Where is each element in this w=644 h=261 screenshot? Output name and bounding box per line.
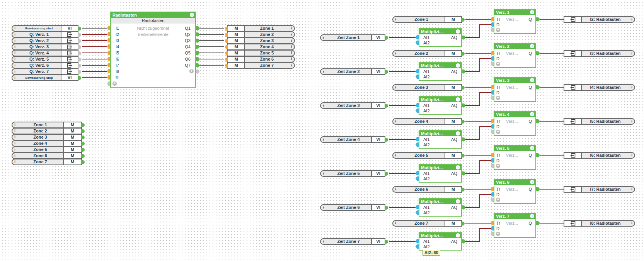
- left-input-ref-2[interactable]: iQ: Verz. 2: [12, 37, 78, 44]
- verz-block-0[interactable]: Verz. 1iTrVerz...QD+: [494, 9, 536, 34]
- input-connector[interactable]: [491, 51, 494, 55]
- input-connector[interactable]: [416, 239, 419, 243]
- wire[interactable]: [389, 71, 416, 72]
- info-icon[interactable]: i: [456, 63, 460, 68]
- zeit-input-ref-1[interactable]: iZeit Zone 2VI: [320, 68, 385, 75]
- zone-source-ref-0[interactable]: iZone 1M: [392, 16, 462, 23]
- zeit-input-ref-2[interactable]: iZeit Zone 3VI: [320, 102, 385, 109]
- block-header[interactable]: Verz. 2i: [494, 44, 535, 49]
- output-connector[interactable]: [385, 240, 388, 244]
- info-icon[interactable]: i: [393, 51, 398, 56]
- wire[interactable]: [465, 173, 480, 174]
- input-connector[interactable]: [491, 192, 494, 197]
- input-connector[interactable]: [416, 171, 419, 175]
- info-icon[interactable]: i: [321, 35, 326, 40]
- info-icon[interactable]: i: [12, 153, 17, 158]
- output-connector[interactable]: [196, 69, 199, 73]
- input-connector[interactable]: [491, 17, 494, 21]
- zone-output-ref-3[interactable]: MZone 4i: [227, 44, 295, 50]
- info-icon[interactable]: i: [321, 137, 326, 142]
- wire[interactable]: [82, 28, 107, 29]
- info-icon[interactable]: i: [12, 38, 17, 43]
- info-icon[interactable]: i: [629, 85, 634, 90]
- add-input-button[interactable]: +: [496, 198, 500, 202]
- output-connector[interactable]: [385, 206, 388, 210]
- output-connector[interactable]: [462, 137, 465, 141]
- target-output-ref-6[interactable]: I8: Radiotasteni: [564, 220, 635, 227]
- input-connector[interactable]: [491, 119, 494, 123]
- output-connector[interactable]: [81, 123, 85, 127]
- input-connector[interactable]: [491, 124, 494, 129]
- info-icon[interactable]: i: [530, 146, 534, 150]
- input-connector[interactable]: [416, 108, 419, 113]
- wire[interactable]: [540, 155, 564, 156]
- left-input-ref-0[interactable]: iBewässerung startVI: [12, 25, 78, 32]
- zone-memory-ref-4[interactable]: iZone 5M: [12, 146, 82, 153]
- input-connector[interactable]: [107, 69, 110, 73]
- input-connector[interactable]: [491, 158, 494, 163]
- output-connector[interactable]: [81, 154, 85, 158]
- output-connector[interactable]: [385, 172, 388, 176]
- diagram-canvas[interactable]: iBewässerung startVIiQ: Verz. 1iQ: Verz.…: [0, 0, 644, 261]
- block-header[interactable]: Multiplizi...i: [419, 233, 461, 238]
- output-connector[interactable]: [462, 171, 465, 175]
- wire[interactable]: [82, 40, 107, 41]
- output-connector[interactable]: [385, 70, 388, 74]
- wire[interactable]: [465, 189, 491, 190]
- info-icon[interactable]: i: [456, 199, 460, 203]
- info-icon[interactable]: i: [456, 97, 460, 102]
- wire[interactable]: [465, 121, 491, 122]
- wire[interactable]: [479, 160, 480, 174]
- info-icon[interactable]: i: [289, 38, 294, 43]
- wire[interactable]: [199, 46, 224, 47]
- zeit-input-ref-0[interactable]: iZeit Zone 1VI: [320, 34, 385, 41]
- info-icon[interactable]: i: [12, 141, 17, 146]
- output-connector[interactable]: [462, 239, 465, 243]
- input-connector[interactable]: [491, 232, 494, 236]
- info-icon[interactable]: i: [456, 233, 460, 237]
- output-connector[interactable]: [196, 45, 199, 49]
- wire[interactable]: [465, 241, 480, 242]
- output-connector[interactable]: [385, 36, 388, 40]
- wire[interactable]: [479, 24, 480, 38]
- input-connector[interactable]: [491, 198, 494, 202]
- verz-block-5[interactable]: Verz. 6iTrVerz...QD+: [494, 179, 536, 204]
- verz-block-2[interactable]: Verz. 3iTrVerz...QD+: [494, 77, 536, 102]
- info-icon[interactable]: i: [530, 10, 534, 14]
- input-connector[interactable]: [225, 51, 228, 56]
- input-connector[interactable]: [107, 44, 110, 49]
- info-icon[interactable]: i: [12, 147, 17, 152]
- target-output-ref-5[interactable]: I7: Radiotasteni: [564, 186, 635, 193]
- input-connector[interactable]: [491, 22, 494, 27]
- output-connector[interactable]: [536, 51, 540, 55]
- info-icon[interactable]: i: [321, 239, 326, 244]
- output-connector[interactable]: [461, 154, 465, 158]
- verz-block-3[interactable]: Verz. 4iTrVerz...QD+: [494, 111, 536, 136]
- input-connector[interactable]: [107, 51, 110, 55]
- output-connector[interactable]: [78, 39, 81, 43]
- info-icon[interactable]: i: [393, 221, 398, 226]
- info-icon[interactable]: i: [289, 57, 294, 62]
- input-connector[interactable]: [491, 62, 494, 66]
- input-connector[interactable]: [416, 205, 419, 209]
- output-connector[interactable]: [462, 36, 465, 39]
- info-icon[interactable]: i: [393, 17, 398, 22]
- input-connector[interactable]: [491, 221, 494, 225]
- info-icon[interactable]: i: [530, 78, 534, 82]
- left-input-ref-4[interactable]: iQ: Verz. 4: [12, 50, 78, 56]
- zone-memory-ref-3[interactable]: iZone 4M: [12, 140, 82, 147]
- info-icon[interactable]: i: [321, 103, 326, 108]
- output-connector[interactable]: [461, 188, 465, 192]
- zone-source-ref-1[interactable]: iZone 2M: [392, 50, 462, 57]
- input-connector[interactable]: [225, 64, 228, 68]
- wire[interactable]: [540, 19, 564, 20]
- input-connector[interactable]: [107, 32, 110, 36]
- input-connector[interactable]: [491, 96, 494, 100]
- wire[interactable]: [389, 105, 416, 106]
- zone-source-ref-4[interactable]: iZone 5M: [392, 152, 462, 159]
- radiotasten-block[interactable]: RadiotasteniRadiotastenNicht zugeordnetB…: [110, 12, 196, 88]
- output-connector[interactable]: [461, 52, 465, 56]
- target-output-ref-2[interactable]: I4: Radiotasteni: [564, 84, 635, 91]
- input-connector[interactable]: [107, 81, 110, 86]
- target-output-ref-3[interactable]: I5: Radiotasteni: [564, 118, 635, 125]
